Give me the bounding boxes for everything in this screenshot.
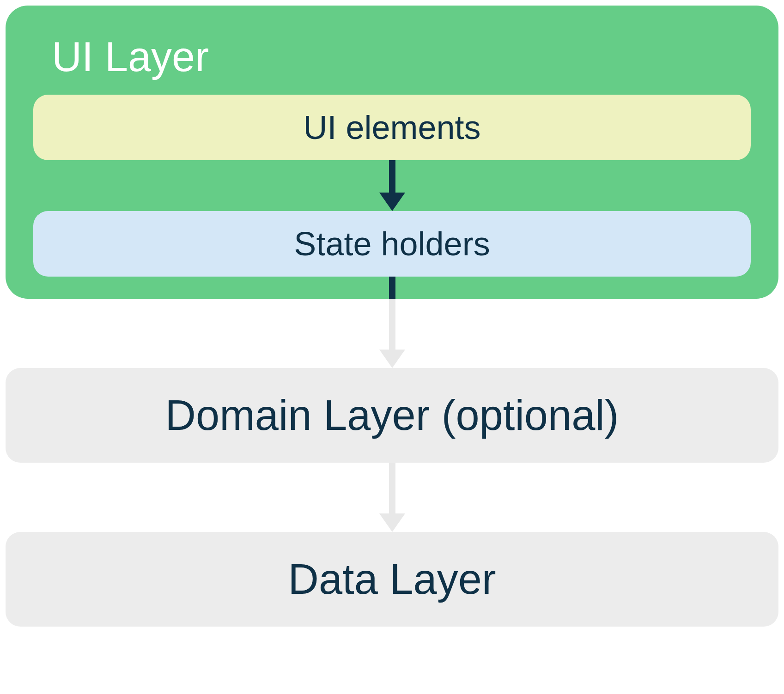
ui-elements-box: UI elements <box>33 95 751 160</box>
arrow-ui-to-state <box>33 160 751 211</box>
domain-layer-label: Domain Layer (optional) <box>165 391 619 440</box>
arrow-state-to-domain-icon <box>388 299 397 368</box>
arrow-domain-to-data-icon <box>388 463 397 532</box>
arrow-connector-dark <box>389 277 395 299</box>
domain-layer-box: Domain Layer (optional) <box>6 368 778 463</box>
ui-layer-container: UI Layer UI elements State holders <box>6 6 778 299</box>
state-holders-label: State holders <box>294 225 490 263</box>
data-layer-label: Data Layer <box>288 555 496 603</box>
ui-elements-label: UI elements <box>303 109 480 146</box>
arrow-down-icon <box>388 160 397 211</box>
data-layer-box: Data Layer <box>6 532 778 627</box>
ui-layer-title: UI Layer <box>33 24 751 95</box>
state-holders-box: State holders <box>33 211 751 277</box>
